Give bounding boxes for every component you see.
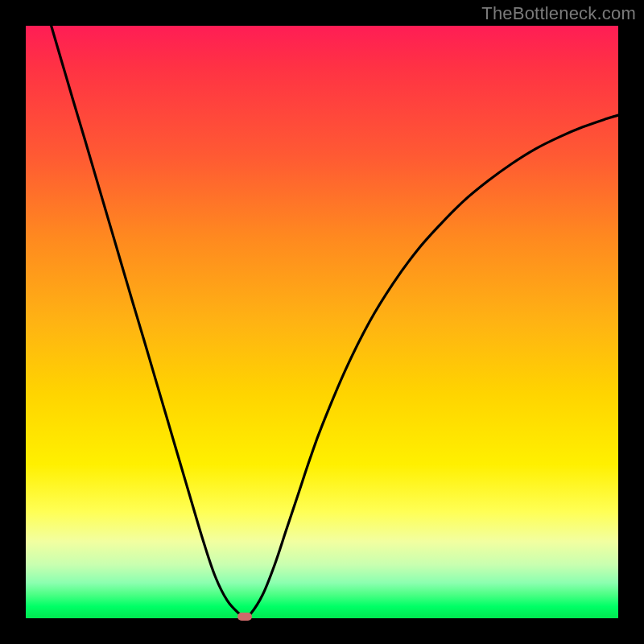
- plot-area: [26, 26, 618, 618]
- bottleneck-curve: [52, 26, 618, 617]
- curve-svg: [26, 26, 618, 618]
- chart-frame: TheBottleneck.com: [0, 0, 644, 644]
- optimal-marker: [237, 613, 252, 621]
- watermark-text: TheBottleneck.com: [481, 3, 636, 24]
